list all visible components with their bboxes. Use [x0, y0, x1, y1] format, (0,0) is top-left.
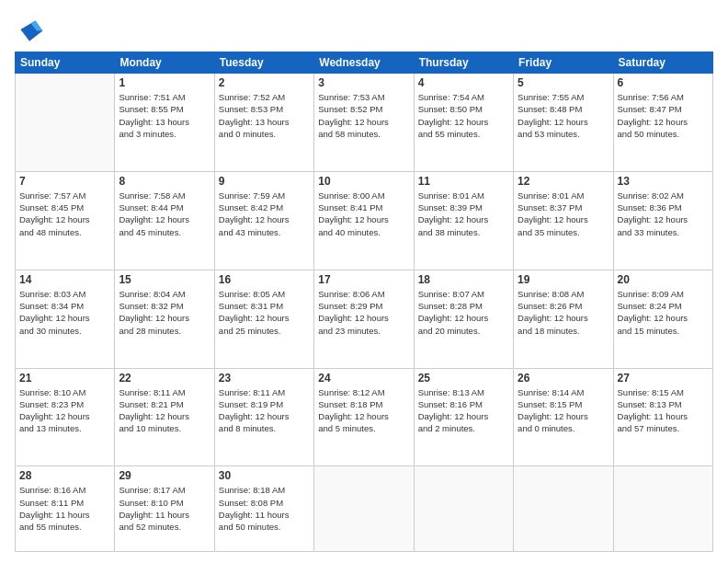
- day-info: Sunrise: 8:18 AM Sunset: 8:08 PM Dayligh…: [219, 484, 310, 533]
- calendar-cell: 30Sunrise: 8:18 AM Sunset: 8:08 PM Dayli…: [214, 466, 313, 552]
- day-header-friday: Friday: [514, 52, 613, 74]
- week-row-2: 7Sunrise: 7:57 AM Sunset: 8:45 PM Daylig…: [16, 171, 713, 270]
- day-number: 10: [318, 175, 409, 188]
- day-info: Sunrise: 8:17 AM Sunset: 8:10 PM Dayligh…: [119, 484, 210, 533]
- page: SundayMondayTuesdayWednesdayThursdayFrid…: [0, 0, 728, 563]
- week-row-1: 1Sunrise: 7:51 AM Sunset: 8:55 PM Daylig…: [16, 74, 713, 172]
- day-info: Sunrise: 8:13 AM Sunset: 8:16 PM Dayligh…: [418, 386, 509, 435]
- week-row-3: 14Sunrise: 8:03 AM Sunset: 8:34 PM Dayli…: [16, 270, 713, 368]
- day-number: 5: [518, 76, 609, 89]
- day-number: 28: [19, 469, 110, 482]
- day-number: 26: [518, 372, 609, 385]
- calendar-cell: 3Sunrise: 7:53 AM Sunset: 8:52 PM Daylig…: [314, 74, 414, 172]
- day-number: 29: [119, 469, 210, 482]
- day-number: 23: [219, 372, 310, 385]
- day-header-tuesday: Tuesday: [214, 52, 313, 74]
- day-info: Sunrise: 8:01 AM Sunset: 8:37 PM Dayligh…: [518, 190, 609, 238]
- logo: [15, 15, 46, 44]
- calendar-cell: 5Sunrise: 7:55 AM Sunset: 8:48 PM Daylig…: [514, 74, 613, 172]
- calendar-cell: 25Sunrise: 8:13 AM Sunset: 8:16 PM Dayli…: [414, 368, 513, 466]
- calendar-cell: 18Sunrise: 8:07 AM Sunset: 8:28 PM Dayli…: [414, 270, 513, 368]
- day-info: Sunrise: 8:03 AM Sunset: 8:34 PM Dayligh…: [19, 288, 110, 337]
- calendar-cell: 10Sunrise: 8:00 AM Sunset: 8:41 PM Dayli…: [314, 171, 414, 270]
- day-info: Sunrise: 8:06 AM Sunset: 8:29 PM Dayligh…: [318, 288, 409, 337]
- calendar-cell: [613, 466, 712, 552]
- calendar-cell: 2Sunrise: 7:52 AM Sunset: 8:53 PM Daylig…: [214, 74, 313, 172]
- calendar: SundayMondayTuesdayWednesdayThursdayFrid…: [15, 52, 713, 552]
- day-number: 22: [119, 372, 210, 385]
- day-number: 12: [518, 175, 609, 188]
- day-info: Sunrise: 8:12 AM Sunset: 8:18 PM Dayligh…: [318, 386, 409, 435]
- day-number: 3: [318, 76, 409, 89]
- day-number: 6: [618, 76, 709, 89]
- day-number: 11: [418, 175, 509, 188]
- calendar-cell: [16, 74, 115, 172]
- day-info: Sunrise: 8:00 AM Sunset: 8:41 PM Dayligh…: [318, 190, 409, 238]
- header: [15, 11, 713, 44]
- calendar-cell: 13Sunrise: 8:02 AM Sunset: 8:36 PM Dayli…: [613, 171, 712, 270]
- calendar-cell: 7Sunrise: 7:57 AM Sunset: 8:45 PM Daylig…: [16, 171, 115, 270]
- day-info: Sunrise: 8:11 AM Sunset: 8:21 PM Dayligh…: [119, 386, 210, 435]
- header-row: SundayMondayTuesdayWednesdayThursdayFrid…: [16, 52, 713, 74]
- week-row-5: 28Sunrise: 8:16 AM Sunset: 8:11 PM Dayli…: [16, 466, 713, 552]
- day-info: Sunrise: 8:11 AM Sunset: 8:19 PM Dayligh…: [219, 386, 310, 435]
- day-info: Sunrise: 8:14 AM Sunset: 8:15 PM Dayligh…: [518, 386, 609, 435]
- calendar-cell: 12Sunrise: 8:01 AM Sunset: 8:37 PM Dayli…: [514, 171, 613, 270]
- calendar-cell: 4Sunrise: 7:54 AM Sunset: 8:50 PM Daylig…: [414, 74, 513, 172]
- calendar-cell: 1Sunrise: 7:51 AM Sunset: 8:55 PM Daylig…: [115, 74, 214, 172]
- day-info: Sunrise: 8:04 AM Sunset: 8:32 PM Dayligh…: [119, 288, 210, 337]
- day-number: 19: [518, 273, 609, 286]
- day-number: 30: [219, 469, 310, 482]
- day-number: 25: [418, 372, 509, 385]
- day-number: 8: [119, 175, 210, 188]
- calendar-cell: 28Sunrise: 8:16 AM Sunset: 8:11 PM Dayli…: [16, 466, 115, 552]
- day-number: 16: [219, 273, 310, 286]
- week-row-4: 21Sunrise: 8:10 AM Sunset: 8:23 PM Dayli…: [16, 368, 713, 466]
- day-info: Sunrise: 8:09 AM Sunset: 8:24 PM Dayligh…: [618, 288, 709, 337]
- day-number: 9: [219, 175, 310, 188]
- calendar-cell: 26Sunrise: 8:14 AM Sunset: 8:15 PM Dayli…: [514, 368, 613, 466]
- day-number: 15: [119, 273, 210, 286]
- day-info: Sunrise: 7:51 AM Sunset: 8:55 PM Dayligh…: [119, 91, 210, 140]
- calendar-cell: [414, 466, 513, 552]
- day-number: 27: [618, 372, 709, 385]
- day-header-thursday: Thursday: [414, 52, 513, 74]
- day-header-monday: Monday: [115, 52, 214, 74]
- day-header-sunday: Sunday: [16, 52, 115, 74]
- day-info: Sunrise: 7:55 AM Sunset: 8:48 PM Dayligh…: [518, 91, 609, 140]
- day-number: 17: [318, 273, 409, 286]
- day-number: 13: [618, 175, 709, 188]
- day-info: Sunrise: 7:59 AM Sunset: 8:42 PM Dayligh…: [219, 190, 310, 238]
- day-info: Sunrise: 8:16 AM Sunset: 8:11 PM Dayligh…: [19, 484, 110, 533]
- day-number: 2: [219, 76, 310, 89]
- day-info: Sunrise: 8:10 AM Sunset: 8:23 PM Dayligh…: [19, 386, 110, 435]
- day-info: Sunrise: 8:05 AM Sunset: 8:31 PM Dayligh…: [219, 288, 310, 337]
- day-info: Sunrise: 7:58 AM Sunset: 8:44 PM Dayligh…: [119, 190, 210, 238]
- day-info: Sunrise: 7:57 AM Sunset: 8:45 PM Dayligh…: [19, 190, 110, 238]
- calendar-cell: 22Sunrise: 8:11 AM Sunset: 8:21 PM Dayli…: [115, 368, 214, 466]
- calendar-cell: 24Sunrise: 8:12 AM Sunset: 8:18 PM Dayli…: [314, 368, 414, 466]
- calendar-cell: 6Sunrise: 7:56 AM Sunset: 8:47 PM Daylig…: [613, 74, 712, 172]
- day-number: 24: [318, 372, 409, 385]
- day-number: 14: [19, 273, 110, 286]
- calendar-cell: 15Sunrise: 8:04 AM Sunset: 8:32 PM Dayli…: [115, 270, 214, 368]
- calendar-cell: 20Sunrise: 8:09 AM Sunset: 8:24 PM Dayli…: [613, 270, 712, 368]
- calendar-cell: [314, 466, 414, 552]
- day-info: Sunrise: 7:52 AM Sunset: 8:53 PM Dayligh…: [219, 91, 310, 140]
- day-info: Sunrise: 8:07 AM Sunset: 8:28 PM Dayligh…: [418, 288, 509, 337]
- day-number: 1: [119, 76, 210, 89]
- calendar-cell: 11Sunrise: 8:01 AM Sunset: 8:39 PM Dayli…: [414, 171, 513, 270]
- logo-icon: [15, 15, 44, 44]
- day-number: 4: [418, 76, 509, 89]
- calendar-cell: 9Sunrise: 7:59 AM Sunset: 8:42 PM Daylig…: [214, 171, 313, 270]
- day-header-saturday: Saturday: [613, 52, 712, 74]
- day-info: Sunrise: 8:08 AM Sunset: 8:26 PM Dayligh…: [518, 288, 609, 337]
- day-header-wednesday: Wednesday: [314, 52, 414, 74]
- calendar-cell: 8Sunrise: 7:58 AM Sunset: 8:44 PM Daylig…: [115, 171, 214, 270]
- day-number: 21: [19, 372, 110, 385]
- calendar-cell: 29Sunrise: 8:17 AM Sunset: 8:10 PM Dayli…: [115, 466, 214, 552]
- day-info: Sunrise: 7:54 AM Sunset: 8:50 PM Dayligh…: [418, 91, 509, 140]
- calendar-cell: [514, 466, 613, 552]
- day-number: 20: [618, 273, 709, 286]
- day-info: Sunrise: 8:02 AM Sunset: 8:36 PM Dayligh…: [618, 190, 709, 238]
